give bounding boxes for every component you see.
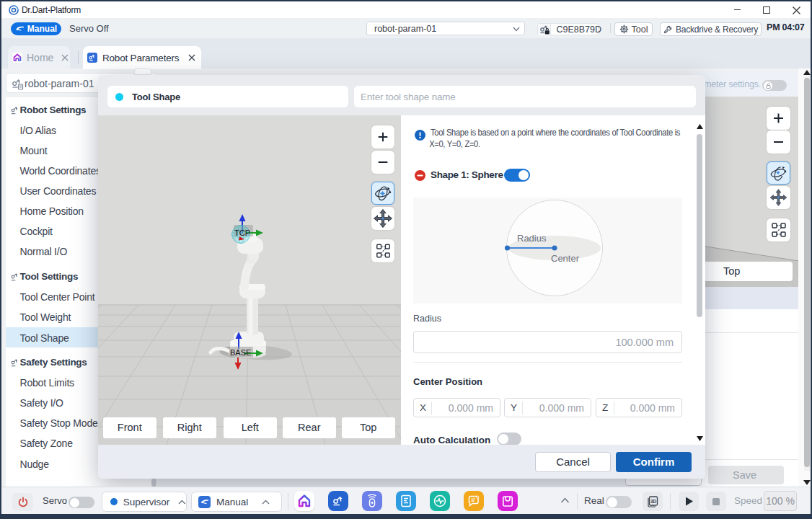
svg-text:3D: 3D	[650, 499, 657, 504]
svg-text:Center: Center	[551, 253, 580, 264]
svg-text:Radius: Radius	[517, 233, 547, 244]
